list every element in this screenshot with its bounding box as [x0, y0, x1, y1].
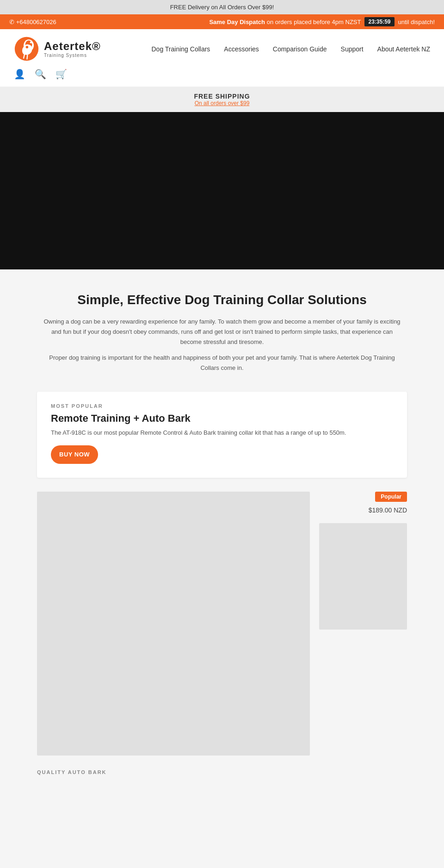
- nav-about[interactable]: About Aetertek NZ: [377, 45, 430, 53]
- svg-point-3: [26, 46, 29, 49]
- account-icon[interactable]: 👤: [14, 69, 25, 80]
- dispatch-info: Same Day Dispatch on orders placed befor…: [209, 17, 435, 26]
- product-thumb-image: [319, 523, 407, 630]
- intro-section: Simple, Effective Dog Training Collar So…: [42, 293, 402, 373]
- shipping-title: FREE SHIPPING: [6, 93, 438, 100]
- intro-heading: Simple, Effective Dog Training Collar So…: [42, 293, 402, 307]
- header-top: Aetertek® Training Systems Dog Training …: [14, 29, 430, 64]
- shipping-banner: FREE SHIPPING On all orders over $99: [0, 87, 444, 112]
- product-description: The AT-918C is our most popular Remote C…: [51, 429, 393, 436]
- dispatch-text: Same Day Dispatch on orders placed befor…: [209, 19, 361, 25]
- utility-bar: ✆ +64800627026 Same Day Dispatch on orde…: [0, 14, 444, 29]
- nav-support[interactable]: Support: [341, 45, 364, 53]
- search-icon[interactable]: 🔍: [35, 69, 46, 80]
- popular-product-card: MOST POPULAR Remote Training + Auto Bark…: [37, 392, 407, 478]
- popular-badge: Popular: [375, 492, 407, 502]
- product-images-row: Popular $189.00 NZD: [37, 492, 407, 756]
- main-content: Simple, Effective Dog Training Collar So…: [0, 269, 444, 798]
- product-title: Remote Training + Auto Bark: [51, 412, 393, 425]
- nav-accessories[interactable]: Accessories: [224, 45, 259, 53]
- header-icons: 👤 🔍 🛒: [14, 64, 430, 87]
- phone-number[interactable]: ✆ +64800627026: [9, 19, 56, 25]
- product-main-image: [37, 492, 310, 756]
- quality-auto-bark-label: QUALITY AUTO BARK: [37, 769, 407, 780]
- product-side-info: Popular $189.00 NZD: [319, 492, 407, 630]
- brand-name: Aetertek®: [44, 40, 101, 53]
- shipping-subtitle[interactable]: On all orders over $99: [6, 100, 438, 106]
- announcement-text: FREE Delivery on All Orders Over $99!: [170, 4, 274, 11]
- buy-now-button[interactable]: BUY NOW: [51, 445, 98, 464]
- cart-icon[interactable]: 🛒: [56, 69, 67, 80]
- nav-dog-training-collars[interactable]: Dog Training Collars: [152, 45, 210, 53]
- intro-para1: Owning a dog can be a very rewarding exp…: [42, 317, 402, 347]
- countdown-timer: 23:35:59: [364, 17, 394, 26]
- svg-line-5: [27, 55, 27, 59]
- phone-icon: ✆: [9, 19, 16, 25]
- site-header: Aetertek® Training Systems Dog Training …: [0, 29, 444, 87]
- logo-text: Aetertek® Training Systems: [44, 40, 101, 58]
- hero-image: [0, 112, 444, 269]
- announcement-bar: FREE Delivery on All Orders Over $99!: [0, 0, 444, 14]
- until-dispatch-label: until dispatch!: [398, 19, 435, 25]
- main-nav: Dog Training Collars Accessories Compari…: [152, 41, 431, 57]
- logo[interactable]: Aetertek® Training Systems: [14, 36, 101, 62]
- intro-para2: Proper dog training is important for the…: [42, 353, 402, 373]
- nav-comparison-guide[interactable]: Comparison Guide: [273, 45, 327, 53]
- logo-tagline: Training Systems: [44, 53, 101, 58]
- logo-icon: [14, 36, 39, 62]
- product-price: $189.00 NZD: [319, 506, 407, 514]
- most-popular-label: MOST POPULAR: [51, 403, 393, 409]
